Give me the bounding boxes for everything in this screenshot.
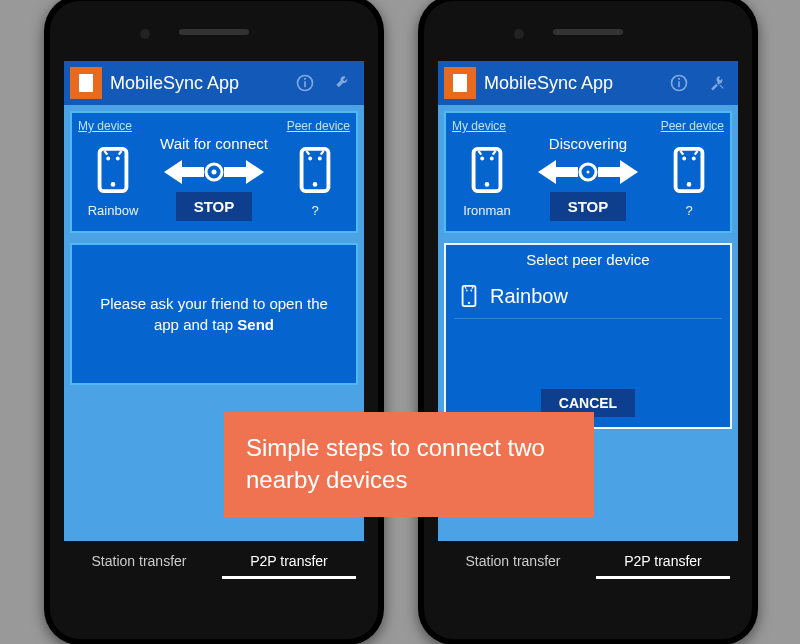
app-header: MobileSync App [438, 61, 738, 105]
speaker-grille [179, 29, 249, 35]
bottom-tabs: Station transfer P2P transfer [64, 541, 364, 581]
connect-panel: My device Peer device Ironman Discoverin… [444, 111, 732, 233]
peer-device-col: ? [280, 139, 350, 218]
my-device-link[interactable]: My device [452, 119, 506, 133]
info-icon[interactable] [664, 68, 694, 98]
peer-device-link[interactable]: Peer device [287, 119, 350, 133]
connect-panel: My device Peer device Rainbow Wait for c… [70, 111, 358, 233]
connect-status: Discovering [549, 135, 627, 152]
tab-station-transfer[interactable]: Station transfer [64, 541, 214, 581]
svg-marker-19 [538, 160, 578, 184]
front-sensor [514, 29, 524, 39]
app-title: MobileSync App [110, 73, 282, 94]
peer-device-link[interactable]: Peer device [661, 119, 724, 133]
phone-icon [463, 139, 511, 201]
svg-point-22 [587, 171, 590, 174]
phone-icon [458, 282, 480, 310]
info-icon[interactable] [290, 68, 320, 98]
bottom-tabs: Station transfer P2P transfer [438, 541, 738, 581]
app-logo-icon [444, 67, 476, 99]
phone-icon [291, 139, 339, 201]
instruction-text: Please ask your friend to open the app a… [100, 295, 328, 333]
peer-device-name: ? [685, 203, 692, 218]
my-device-name: Rainbow [88, 203, 139, 218]
svg-point-15 [212, 170, 217, 175]
phone-bezel: MobileSync App My device Peer device [50, 1, 378, 639]
phone-right: MobileSync App My device Peer device [418, 0, 758, 644]
bidirectional-arrow-icon [538, 158, 638, 186]
phone-icon [665, 139, 713, 201]
svg-marker-13 [224, 160, 264, 184]
peer-select-panel: Select peer device Rainbow CANCEL [444, 243, 732, 429]
my-device-link[interactable]: My device [78, 119, 132, 133]
svg-point-18 [678, 78, 680, 80]
peer-list-empty-space [454, 319, 722, 389]
tab-station-transfer[interactable]: Station transfer [438, 541, 588, 581]
speaker-grille [553, 29, 623, 35]
phone-icon [89, 139, 137, 201]
my-device-col: Rainbow [78, 139, 148, 218]
instruction-bold: Send [237, 316, 274, 333]
svg-marker-20 [598, 160, 638, 184]
svg-rect-17 [678, 81, 680, 87]
stop-button[interactable]: STOP [176, 192, 253, 221]
app-header: MobileSync App [64, 61, 364, 105]
my-device-name: Ironman [463, 203, 511, 218]
stop-button[interactable]: STOP [550, 192, 627, 221]
peer-device-name: ? [311, 203, 318, 218]
bidirectional-arrow-icon [164, 158, 264, 186]
peer-device-col: ? [654, 139, 724, 218]
peer-item-label: Rainbow [490, 285, 568, 308]
wrench-icon[interactable] [328, 68, 358, 98]
tab-p2p-transfer[interactable]: P2P transfer [214, 541, 364, 581]
front-sensor [140, 29, 150, 39]
svg-marker-12 [164, 160, 204, 184]
caption-overlay: Simple steps to connect two nearby devic… [224, 412, 594, 517]
peer-list-item[interactable]: Rainbow [454, 274, 722, 319]
tab-p2p-transfer[interactable]: P2P transfer [588, 541, 738, 581]
svg-rect-10 [304, 81, 306, 87]
tools-icon[interactable] [702, 68, 732, 98]
peer-select-title: Select peer device [454, 251, 722, 268]
svg-point-11 [304, 78, 306, 80]
connect-status: Wait for connect [160, 135, 268, 152]
my-device-col: Ironman [452, 139, 522, 218]
phone-bezel: MobileSync App My device Peer device [424, 1, 752, 639]
app-title: MobileSync App [484, 73, 656, 94]
phone-left: MobileSync App My device Peer device [44, 0, 384, 644]
instruction-panel: Please ask your friend to open the app a… [70, 243, 358, 385]
app-logo-icon [70, 67, 102, 99]
